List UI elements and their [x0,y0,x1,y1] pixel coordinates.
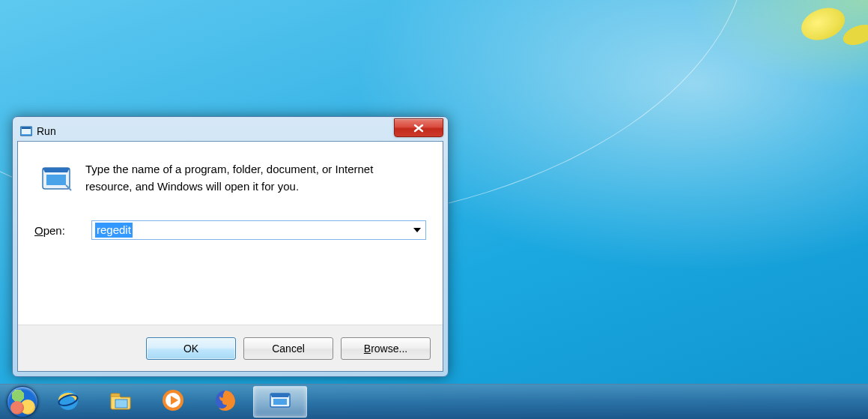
run-program-icon [40,163,72,194]
taskbar-item-internet-explorer[interactable] [43,386,93,418]
browse-button[interactable]: Browse... [341,337,431,360]
svg-rect-9 [111,394,120,397]
svg-rect-5 [46,175,66,185]
run-dialog-window: Run Type the name of a program, fol [12,116,449,377]
dialog-button-row: OK Cancel Browse... [18,325,443,371]
dialog-description: Type the name of a program, folder, docu… [85,161,407,195]
windows-logo-icon [7,386,38,418]
cancel-button[interactable]: Cancel [243,337,333,360]
ok-button[interactable]: OK [146,337,236,360]
svg-marker-16 [270,394,290,397]
close-button[interactable] [394,118,443,137]
run-title-icon [20,126,32,136]
svg-rect-2 [22,127,31,129]
folder-icon [108,388,133,416]
taskbar-item-media-player[interactable] [148,386,198,418]
svg-marker-4 [43,168,70,172]
taskbar-item-file-explorer[interactable] [96,386,145,418]
svg-rect-17 [273,399,287,405]
taskbar[interactable] [0,384,868,419]
svg-rect-1 [22,129,31,134]
titlebar[interactable]: Run [17,121,443,141]
chevron-down-icon[interactable] [413,228,421,232]
window-title: Run [37,125,56,137]
media-player-icon [160,388,186,416]
svg-rect-10 [115,400,127,408]
taskbar-item-run[interactable] [253,386,307,418]
run-icon [267,388,293,416]
close-icon [413,124,425,133]
internet-explorer-icon [55,388,81,416]
open-combobox[interactable]: regedit [91,220,426,240]
dialog-client-area: Type the name of a program, folder, docu… [17,141,443,372]
open-label: Open: [34,224,91,237]
start-button[interactable] [4,386,40,418]
open-input-value[interactable]: regedit [95,223,133,238]
firefox-icon [213,388,238,416]
desktop-flower [797,2,849,46]
taskbar-item-firefox[interactable] [201,386,250,418]
